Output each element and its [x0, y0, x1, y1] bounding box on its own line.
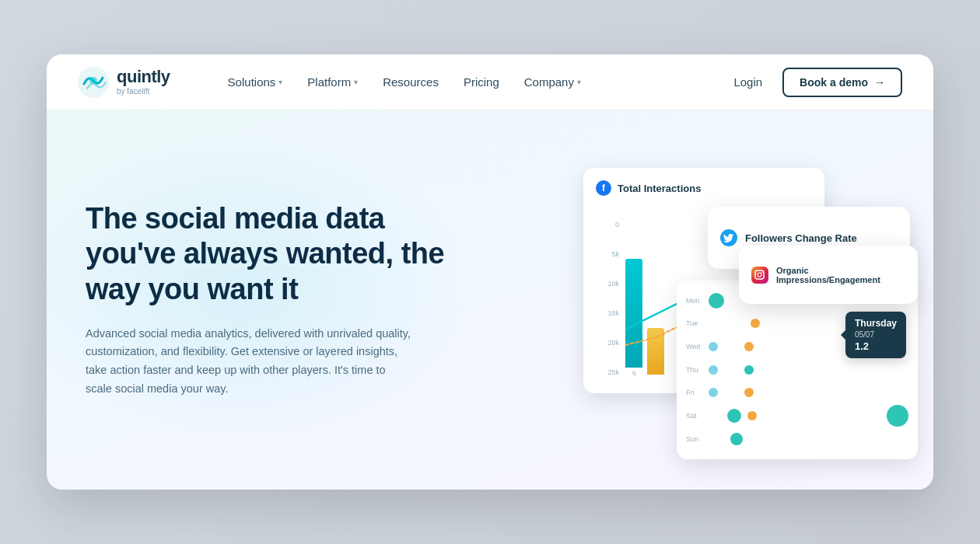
- tooltip-value: 1.2: [855, 340, 897, 352]
- dot-wed-1: [709, 342, 718, 351]
- day-label-mon: Mon: [686, 297, 705, 305]
- tooltip-box: Thursday 05/07 1.2: [845, 312, 906, 358]
- dot-sun-4: [768, 433, 780, 445]
- y-axis: 25k 20k 15k 10k 5k 0: [596, 221, 619, 376]
- navbar: quintly by facelift Solutions ▾ Platform…: [47, 54, 933, 110]
- logo-icon: [78, 67, 109, 98]
- day-label-tue: Tue: [686, 319, 705, 327]
- nav-item-company[interactable]: Company ▾: [513, 69, 592, 95]
- dot-mon-1: [709, 293, 724, 309]
- dot-tue-3: [751, 319, 760, 328]
- y-label-3: 10k: [596, 280, 619, 288]
- nav-links: Solutions ▾ Platform ▾ Resources Pricing…: [217, 69, 723, 95]
- card-organic-impressions: Organic Impressions/Engagement: [739, 246, 918, 304]
- dot-thu-1: [709, 365, 718, 375]
- dot-row-sun: Sun: [686, 428, 908, 450]
- dot-fri-1: [709, 388, 718, 397]
- hero-left: The social media data you've always want…: [47, 110, 508, 490]
- card-header-interactions: f Total Interactions: [596, 180, 812, 196]
- login-button[interactable]: Login: [723, 69, 773, 95]
- twitter-icon: [720, 229, 737, 246]
- svg-rect-2: [755, 270, 764, 279]
- dot-sat-1: [709, 410, 721, 422]
- y-label-5: 0: [596, 221, 619, 228]
- dot-fri-2: [721, 386, 741, 399]
- svg-point-3: [758, 273, 761, 277]
- logo-text: quintly by facelift: [117, 68, 170, 96]
- dot-tue-4: [763, 317, 775, 330]
- followers-card-title: Followers Change Rate: [745, 232, 857, 244]
- dot-thu-4: [757, 364, 769, 376]
- tooltip-arrow: [841, 330, 845, 340]
- nav-item-platform[interactable]: Platform ▾: [296, 69, 369, 95]
- dot-wed-5: [772, 340, 785, 353]
- dot-sat-5: [887, 405, 908, 427]
- logo-sub: by facelift: [117, 87, 170, 96]
- dot-fri-3: [744, 388, 754, 397]
- day-label-fri: Fri: [686, 389, 705, 396]
- hero-section: The social media data you've always want…: [47, 110, 933, 490]
- logo-name: quintly: [117, 68, 170, 85]
- dot-wed-2: [721, 340, 741, 353]
- day-label-sat: Sat: [686, 412, 705, 420]
- bar-2: [647, 328, 664, 375]
- dot-sun-5: [783, 433, 796, 445]
- interactions-card-title: Total Interactions: [618, 183, 701, 194]
- hero-description: Advanced social media analytics, deliver…: [86, 325, 412, 399]
- dashboard-container: f Total Interactions 25k 20k 15k 10k 5k …: [583, 168, 918, 448]
- dot-row-fri: Fri: [686, 382, 908, 404]
- hero-title: The social media data you've always want…: [86, 201, 469, 308]
- logo-area[interactable]: quintly by facelift: [78, 67, 170, 98]
- chevron-down-icon: ▾: [278, 78, 282, 86]
- bar-group-2: [647, 328, 664, 376]
- svg-point-4: [761, 272, 763, 274]
- nav-item-resources[interactable]: Resources: [372, 69, 450, 95]
- dot-sun-1: [709, 433, 721, 445]
- dot-fri-4: [757, 386, 769, 399]
- bar-label-1: q: [632, 369, 635, 376]
- dot-fri-5: [772, 386, 785, 399]
- dot-wed-4: [757, 340, 769, 353]
- day-label-wed: Wed: [686, 343, 705, 350]
- dot-sat-2: [727, 409, 741, 423]
- day-label-thu: Thu: [686, 366, 705, 374]
- dot-thu-5: [772, 364, 785, 376]
- nav-item-pricing[interactable]: Pricing: [453, 69, 510, 95]
- y-label-1: 20k: [596, 339, 619, 347]
- dot-sun-3: [752, 433, 765, 445]
- arrow-icon: →: [874, 76, 885, 89]
- dot-tue-1: [709, 317, 721, 330]
- hero-right: f Total Interactions 25k 20k 15k 10k 5k …: [508, 110, 933, 490]
- bar-1: [625, 259, 642, 368]
- dot-sun-2: [730, 433, 743, 445]
- dot-tue-5: [779, 317, 791, 330]
- y-label-4: 5k: [596, 250, 619, 258]
- tooltip-day: Thursday: [855, 318, 897, 329]
- dot-thu-3: [744, 365, 754, 375]
- dot-row-thu: Thu: [686, 359, 908, 381]
- dot-tue-2: [724, 317, 747, 330]
- dot-row-sat: Sat: [686, 405, 908, 427]
- nav-right: Login Book a demo →: [723, 68, 902, 97]
- book-demo-button[interactable]: Book a demo →: [782, 68, 902, 97]
- organic-card-title: Organic Impressions/Engagement: [776, 266, 905, 284]
- card-dot-matrix: Mon Tue: [677, 281, 918, 459]
- bar-group-1: q: [625, 259, 642, 376]
- instagram-icon: [751, 267, 768, 284]
- chevron-down-icon: ▾: [577, 78, 581, 86]
- main-card: quintly by facelift Solutions ▾ Platform…: [47, 54, 933, 490]
- dot-thu-2: [721, 364, 741, 376]
- dot-sat-4: [760, 410, 884, 422]
- tooltip-date: 05/07: [855, 330, 897, 339]
- facebook-icon: f: [596, 180, 611, 196]
- nav-item-solutions[interactable]: Solutions ▾: [217, 69, 294, 95]
- dot-sat-3: [747, 411, 757, 420]
- y-label-0: 25k: [596, 368, 619, 376]
- y-label-2: 15k: [596, 309, 619, 317]
- dot-wed-3: [744, 342, 754, 351]
- chevron-down-icon: ▾: [354, 78, 358, 86]
- day-label-sun: Sun: [686, 435, 705, 443]
